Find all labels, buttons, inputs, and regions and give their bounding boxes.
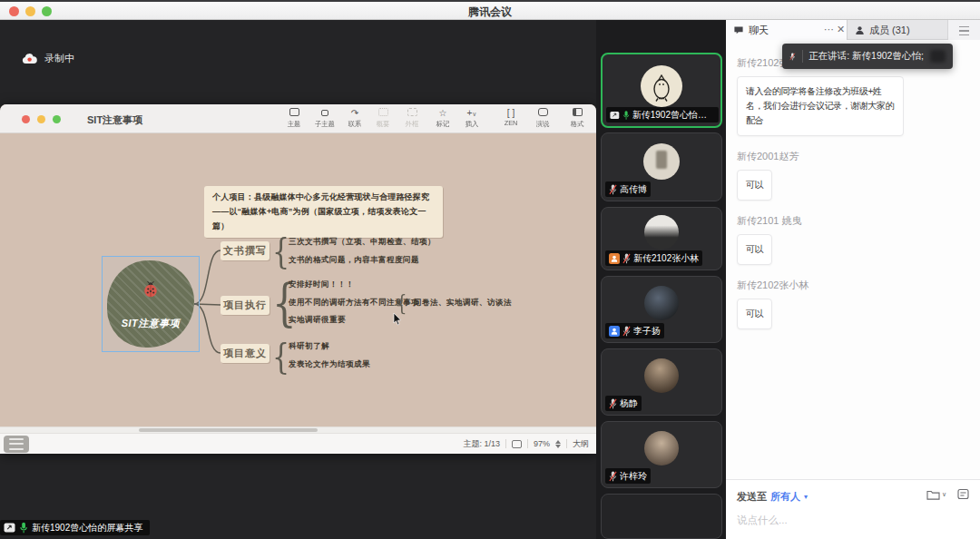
penguin-avatar-icon xyxy=(641,65,682,107)
mindmap-window: SIT注意事项 主题 子主题 ↷ 联系 概要 xyxy=(0,104,596,454)
chevron-down-icon: ∨ xyxy=(942,491,946,498)
sheet-list-button[interactable] xyxy=(4,436,29,453)
chat-input[interactable]: 说点什么... xyxy=(737,514,788,527)
chat-close-button[interactable]: ✕ xyxy=(837,24,845,35)
message-sender: 新传2001赵芳 xyxy=(737,150,969,163)
participant-name: 李子扬 xyxy=(633,325,661,338)
tab-chat[interactable]: 聊天 ⋯ ✕ xyxy=(726,20,848,40)
present-icon xyxy=(526,107,559,119)
panel-tabbar: 聊天 ⋯ ✕ 成员 (31) xyxy=(726,20,980,40)
leaf-topic[interactable]: 实地调研很重要 xyxy=(289,315,346,326)
leaf-topic[interactable]: 科研初了解 xyxy=(289,341,329,352)
cloud-record-icon xyxy=(22,53,37,64)
floating-topic[interactable]: 个人项目：县级融媒体中心多元化经营现状与合理路径探究——以“融媒体+电商”为例（… xyxy=(204,186,443,238)
presenter-banner-label: 新传1902曾心怡的屏幕共享 xyxy=(32,522,142,534)
zoom-level[interactable]: 97% xyxy=(534,439,550,448)
mindmap-doc-title: SIT注意事项 xyxy=(87,113,142,127)
message-bubble: 请入会的同学将备注修改为班级+姓名，我们会进行会议记录，谢谢大家的配合 xyxy=(737,76,904,136)
tab-members-label: 成员 (31) xyxy=(869,24,910,37)
tab-members[interactable]: 成员 (31) xyxy=(848,20,947,40)
summary-icon xyxy=(367,107,399,119)
leaf-topic[interactable]: 文书的格式问题，内容丰富程度问题 xyxy=(289,255,419,266)
chat-input-area: 发送至 所有人 ▾ ∨ 说点什么... xyxy=(726,479,980,539)
mic-muted-icon xyxy=(609,398,617,409)
chat-panel: 聊天 ⋯ ✕ 成员 (31) 正在讲话: 新传1902曾心 xyxy=(726,20,980,539)
chevron-down-icon: ▾ xyxy=(804,493,808,501)
send-to-label: 发送至 xyxy=(737,490,767,504)
ladybug-icon xyxy=(142,280,159,299)
participant-tile[interactable]: 新传1902曾心怡的屏… xyxy=(601,53,722,128)
minimap-toggle-icon[interactable] xyxy=(512,440,522,448)
leaf-topic[interactable]: 三次文书撰写（立项、中期检查、结项） xyxy=(289,237,436,248)
message-bubble: 可以 xyxy=(737,299,772,329)
app-title: 腾讯会议 xyxy=(0,5,980,20)
toolbar-insert-button[interactable]: +∨ 插入 xyxy=(456,107,488,129)
mindmap-canvas[interactable]: 个人项目：县级融媒体中心多元化经营现状与合理路径探究——以“融媒体+电商”为例（… xyxy=(0,133,596,433)
central-topic-label: SIT注意事项 xyxy=(107,317,194,330)
send-to-selector[interactable]: 所有人 xyxy=(770,490,800,504)
panel-menu-button[interactable] xyxy=(947,20,980,40)
screen-share-view: 录制中 SIT注意事项 主题 子主题 ↷ 联系 xyxy=(0,20,596,539)
mic-on-icon xyxy=(622,110,630,121)
mic-muted-icon xyxy=(622,253,631,264)
horizontal-scrollbar[interactable] xyxy=(0,426,596,433)
presenter-banner: 新传1902曾心怡的屏幕共享 xyxy=(0,520,150,535)
announcement-icon[interactable] xyxy=(957,488,969,500)
mindmap-zoom-button[interactable] xyxy=(53,115,61,123)
folder-icon xyxy=(926,489,940,500)
brace: { xyxy=(397,290,407,316)
subtopic-icon xyxy=(309,107,341,119)
participant-tile[interactable]: 新传2102张小林 xyxy=(601,207,722,270)
toolbar-marker-button[interactable]: ☆ 标记 xyxy=(426,107,459,129)
toolbar-zen-button[interactable]: [ ] ZEN xyxy=(495,107,527,127)
chat-message-list[interactable]: 新传2102张小林 请入会的同学将备注修改为班级+姓名，我们会进行会议记录，谢谢… xyxy=(726,40,980,479)
toolbar-topic-button[interactable]: 主题 xyxy=(278,107,310,129)
toolbar-boundary-button[interactable]: 外框 xyxy=(396,107,428,129)
speaking-toast: 正在讲话: 新传1902曾心怡; xyxy=(782,44,953,69)
participant-name: 高传博 xyxy=(620,183,647,196)
screen-share-icon xyxy=(4,523,15,533)
toolbar-subtopic-button[interactable]: 子主题 xyxy=(309,107,341,129)
app-titlebar: 腾讯会议 xyxy=(0,2,980,20)
message-bubble: 可以 xyxy=(737,234,772,265)
participant-tile[interactable]: 杨静 xyxy=(601,348,722,416)
toolbar-format-button[interactable]: 格式 xyxy=(561,107,593,129)
zoom-stepper[interactable] xyxy=(555,440,561,448)
message-sender: 新传2102张小林 xyxy=(737,279,969,292)
mindmap-statusbar: 主题: 1/13 97% 大纲 xyxy=(0,433,596,454)
meeting-app-window: 腾讯会议 录制中 SIT注意事项 主题 xyxy=(0,0,980,539)
scrollbar-thumb[interactable] xyxy=(139,428,318,432)
avatar xyxy=(641,65,682,107)
screen-top-edge xyxy=(0,0,980,2)
mic-muted-icon xyxy=(622,326,631,337)
branch-node[interactable]: 项目意义 xyxy=(220,344,270,363)
topic-counter: 主题: 1/13 xyxy=(463,438,500,450)
send-file-button[interactable]: ∨ xyxy=(926,489,946,500)
participant-tile[interactable] xyxy=(601,494,722,539)
participant-name: 新传2102张小林 xyxy=(633,252,699,265)
leaf-topic[interactable]: 问卷法、实地调研、访谈法 xyxy=(414,298,512,309)
participant-tile[interactable]: 许梓玲 xyxy=(601,421,722,488)
mindmap-close-button[interactable] xyxy=(22,115,30,123)
toolbar-summary-button[interactable]: 概要 xyxy=(367,107,399,129)
branch-node[interactable]: 项目执行 xyxy=(220,296,270,315)
participant-tile[interactable]: 李子扬 xyxy=(601,276,722,343)
message-bubble: 可以 xyxy=(737,170,772,201)
mic-on-icon xyxy=(19,522,28,534)
speaking-toast-text: 正在讲话: 新传1902曾心怡; xyxy=(808,50,924,63)
avatar xyxy=(644,358,679,393)
branch-node[interactable]: 文书撰写 xyxy=(220,241,270,260)
brace: { xyxy=(272,335,289,377)
boundary-icon xyxy=(396,107,428,119)
mic-muted-icon xyxy=(789,51,796,63)
recording-label: 录制中 xyxy=(44,52,74,65)
mic-muted-icon xyxy=(609,471,617,482)
toolbar-present-button[interactable]: 演说 xyxy=(526,107,559,129)
leaf-topic[interactable]: 发表论文作为结项成果 xyxy=(289,359,370,370)
mindmap-minimize-button[interactable] xyxy=(37,115,45,123)
leaf-topic[interactable]: 安排好时间！！！ xyxy=(289,279,354,290)
tab-chat-label: 聊天 xyxy=(749,24,769,37)
chat-more-button[interactable]: ⋯ xyxy=(824,24,834,35)
outline-button[interactable]: 大纲 xyxy=(573,438,589,450)
participant-tile[interactable]: 高传博 xyxy=(601,132,722,201)
